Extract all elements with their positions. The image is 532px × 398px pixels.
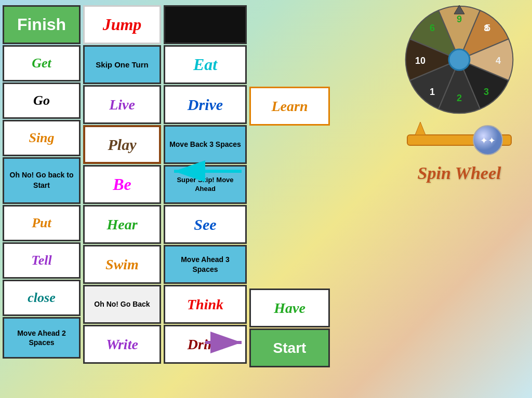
cell-move-ahead-3: Move Ahead 3 Spaces — [164, 245, 247, 284]
cell-sing: Sing — [3, 120, 81, 156]
cell-tell: Tell — [3, 242, 81, 279]
cell-be: Be — [83, 165, 161, 204]
spin-area: 9 5 4 3 2 1 10 6 8 ✦✦ — [389, 3, 529, 355]
spin-arrow: ✦✦ — [402, 122, 516, 158]
cell-close: close — [3, 280, 81, 316]
cell-start: Start — [249, 328, 330, 367]
cell-learn: Learn — [249, 87, 330, 126]
svg-text:4: 4 — [496, 56, 501, 66]
cell-swim: Swim — [83, 245, 161, 284]
cell-drink: Drink — [164, 325, 247, 364]
cell-eat: Eat — [164, 45, 247, 84]
cell-see: See — [164, 205, 247, 244]
cell-move-back-3: Move Back 3 Spaces — [164, 125, 247, 164]
cell-go: Go — [3, 83, 81, 119]
cell-hear: Hear — [83, 205, 161, 244]
cell-drive: Drive — [164, 85, 247, 124]
cell-have: Have — [249, 289, 330, 327]
spin-wheel-label[interactable]: Spin Wheel — [418, 163, 501, 183]
spacer — [249, 5, 330, 86]
svg-text:6: 6 — [430, 23, 435, 33]
spin-wheel: 9 5 4 3 2 1 10 6 8 — [402, 3, 516, 117]
cell-play: Play — [83, 125, 161, 164]
cell-finish: Finish — [3, 5, 81, 44]
svg-marker-18 — [415, 122, 425, 135]
cell-think: Think — [164, 285, 247, 324]
cell-get: Get — [3, 45, 81, 81]
cell-put: Put — [3, 205, 81, 241]
spin-arrow-area: ✦✦ — [389, 122, 529, 158]
cell-oh-no-back: Oh No! Go Back — [83, 285, 161, 324]
cell-live: Live — [83, 85, 161, 124]
svg-text:9: 9 — [457, 14, 462, 24]
cell-jump: Jump — [83, 5, 161, 44]
cell-super-skip: Super Skip! Move Ahead — [164, 165, 247, 204]
svg-text:✦✦: ✦✦ — [480, 135, 496, 146]
svg-text:2: 2 — [457, 93, 462, 103]
svg-text:8: 8 — [484, 24, 489, 33]
spacer2 — [249, 127, 330, 287]
svg-text:1: 1 — [430, 87, 435, 97]
svg-text:3: 3 — [484, 87, 489, 97]
cell-oh-no: Oh No! Go back to Start — [3, 157, 81, 204]
svg-point-4 — [449, 49, 470, 70]
svg-text:10: 10 — [415, 56, 425, 66]
cell-move-ahead-2: Move Ahead 2 Spaces — [3, 317, 81, 359]
cell-divider — [164, 5, 247, 44]
cell-write: Write — [83, 325, 161, 364]
cell-skip-one-turn: Skip One Turn — [83, 45, 161, 84]
